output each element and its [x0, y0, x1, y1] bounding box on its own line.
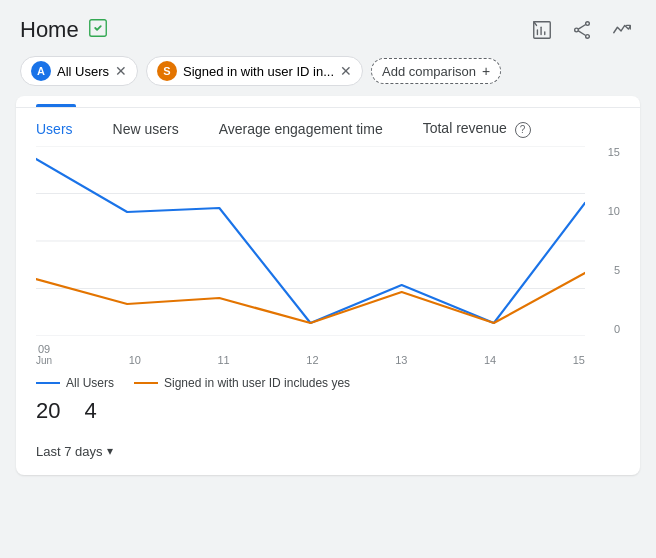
y-label-10: 10	[608, 205, 620, 217]
value-all-users: 20	[36, 398, 60, 424]
values-row: 20 4	[16, 394, 640, 436]
legend-label-all-users: All Users	[66, 376, 114, 390]
legend-all-users: All Users	[36, 376, 114, 390]
chart-svg	[36, 146, 585, 336]
value-signed-in: 4	[84, 398, 96, 424]
x-label-11: 11	[218, 354, 230, 366]
y-label-15: 15	[608, 146, 620, 158]
metrics-row: Users New users Average engagement time …	[16, 108, 640, 138]
x-label-10: 10	[129, 354, 141, 366]
x-axis: 09 Jun 10 11 12 13 14 15	[36, 343, 585, 366]
report-icon[interactable]	[528, 16, 556, 44]
x-label-13: 13	[395, 354, 407, 366]
metric-total-revenue[interactable]: Total revenue ?	[423, 120, 531, 138]
tab-line	[16, 96, 640, 108]
page-title: Home	[20, 17, 79, 43]
legend-label-signed-in: Signed in with user ID includes yes	[164, 376, 350, 390]
svg-point-6	[586, 22, 590, 26]
chip-signed-in[interactable]: S Signed in with user ID in... ✕	[146, 56, 363, 86]
header-icons	[528, 16, 636, 44]
add-comparison-button[interactable]: Add comparison +	[371, 58, 501, 84]
y-label-5: 5	[614, 264, 620, 276]
sparkline-icon[interactable]	[608, 16, 636, 44]
add-comparison-label: Add comparison	[382, 64, 476, 79]
y-axis: 15 10 5 0	[590, 146, 620, 336]
svg-line-9	[578, 25, 585, 30]
chips-row: A All Users ✕ S Signed in with user ID i…	[0, 52, 656, 96]
close-signed-in[interactable]: ✕	[340, 63, 352, 79]
share-icon[interactable]	[568, 16, 596, 44]
close-all-users[interactable]: ✕	[115, 63, 127, 79]
chip-label-all-users: All Users	[57, 64, 109, 79]
x-label-14: 14	[484, 354, 496, 366]
chip-label-signed-in: Signed in with user ID in...	[183, 64, 334, 79]
plus-icon: +	[482, 63, 490, 79]
legend-signed-in: Signed in with user ID includes yes	[134, 376, 350, 390]
metric-avg-engagement[interactable]: Average engagement time	[219, 121, 383, 137]
avatar-all-users: A	[31, 61, 51, 81]
tab-active-indicator	[36, 104, 76, 107]
header-left: Home	[20, 17, 109, 44]
x-label-12: 12	[306, 354, 318, 366]
svg-point-7	[575, 28, 579, 32]
main-card: Users New users Average engagement time …	[16, 96, 640, 475]
footer-row[interactable]: Last 7 days ▾	[16, 436, 640, 459]
chart-area: 15 10 5 0 09	[36, 146, 620, 366]
avatar-signed-in: S	[157, 61, 177, 81]
legend-line-blue	[36, 382, 60, 384]
legend-area: All Users Signed in with user ID include…	[16, 366, 640, 394]
x-label-09: 09 Jun	[36, 343, 52, 366]
chart-inner	[36, 146, 585, 336]
date-range-selector[interactable]: Last 7 days	[36, 444, 103, 459]
y-label-0: 0	[614, 323, 620, 335]
svg-line-10	[578, 31, 585, 36]
metric-users[interactable]: Users	[36, 121, 73, 137]
dropdown-arrow[interactable]: ▾	[107, 444, 113, 458]
header: Home	[0, 0, 656, 52]
metric-new-users[interactable]: New users	[113, 121, 179, 137]
home-icon	[87, 17, 109, 44]
svg-point-8	[586, 35, 590, 39]
chip-all-users[interactable]: A All Users ✕	[20, 56, 138, 86]
question-icon: ?	[515, 122, 531, 138]
legend-line-orange	[134, 382, 158, 384]
x-label-15: 15	[573, 354, 585, 366]
